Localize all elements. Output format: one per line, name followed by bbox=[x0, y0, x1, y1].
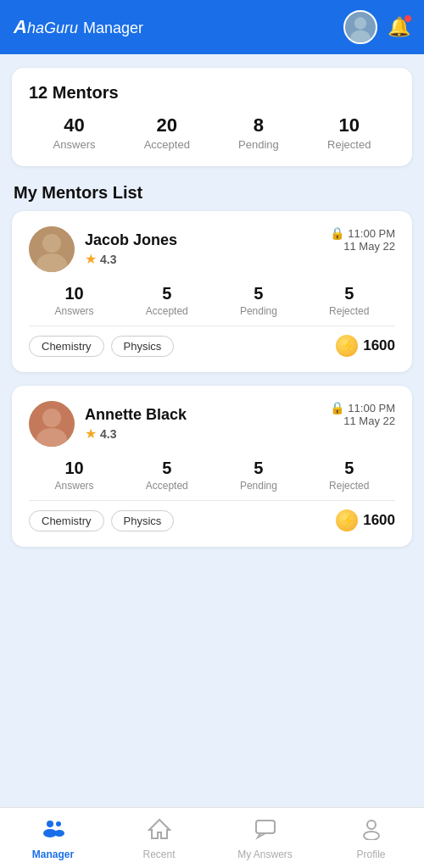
tags: ChemistryPhysics bbox=[29, 336, 174, 357]
nav-icon-manager bbox=[42, 816, 65, 845]
summary-stats-row: 40Answers20Accepted8Pending10Rejected bbox=[29, 114, 395, 151]
mentor-time: 🔒 11:00 PM 11 May 22 bbox=[330, 401, 395, 427]
mentor-card[interactable]: Jacob Jones ★ 4.3 🔒 11:00 PM 11 May 22 1… bbox=[12, 211, 412, 372]
header: AhaGuru Manager 🔔 bbox=[0, 0, 424, 54]
mentors-section-title: My Mentors List bbox=[0, 180, 424, 211]
mentor-avatar bbox=[29, 226, 75, 272]
summary-stat-pending: 8Pending bbox=[238, 114, 279, 151]
summary-stat-answers: 40Answers bbox=[53, 114, 96, 151]
mentor-stat-rejected: 5 Rejected bbox=[329, 459, 369, 492]
mentor-stat-accepted: 5 Accepted bbox=[146, 284, 188, 317]
nav-item-profile[interactable]: Profile bbox=[318, 810, 424, 867]
time-value: 11:00 PM bbox=[348, 402, 395, 415]
mentor-rating: ★ 4.3 bbox=[85, 426, 187, 442]
mentor-time: 🔒 11:00 PM 11 May 22 bbox=[330, 226, 395, 253]
mentor-card[interactable]: Annette Black ★ 4.3 🔒 11:00 PM 11 May 22… bbox=[12, 386, 412, 547]
nav-item-my-answers[interactable]: My Answers bbox=[212, 810, 318, 867]
tags-coins-row: ChemistryPhysics ⚡ 1600 bbox=[29, 335, 395, 357]
avatar[interactable] bbox=[343, 10, 377, 44]
logo-suffix: Manager bbox=[83, 19, 143, 36]
summary-stat-rejected: 10Rejected bbox=[327, 114, 371, 151]
mentor-stat-accepted: 5 Accepted bbox=[146, 459, 188, 492]
date-value: 11 May 22 bbox=[330, 240, 395, 253]
star-icon: ★ bbox=[85, 426, 97, 442]
tag-physics: Physics bbox=[111, 336, 175, 357]
svg-rect-14 bbox=[256, 821, 275, 833]
mentor-info: Annette Black ★ 4.3 bbox=[29, 401, 187, 447]
divider bbox=[29, 500, 395, 501]
coin-icon: ⚡ bbox=[336, 335, 358, 357]
svg-marker-13 bbox=[149, 820, 170, 838]
coin-value: 1600 bbox=[363, 512, 395, 529]
rating-value: 4.3 bbox=[100, 427, 116, 441]
divider bbox=[29, 326, 395, 326]
mentor-stat-pending: 5 Pending bbox=[240, 459, 277, 492]
mentors-list: Jacob Jones ★ 4.3 🔒 11:00 PM 11 May 22 1… bbox=[0, 211, 424, 547]
nav-label: My Answers bbox=[237, 849, 293, 860]
svg-point-10 bbox=[56, 821, 61, 826]
bell-icon[interactable]: 🔔 bbox=[388, 16, 410, 38]
nav-icon-my-answers bbox=[254, 816, 277, 845]
mentor-stats-row: 10 Answers 5 Accepted 5 Pending 5 Reject… bbox=[29, 284, 395, 317]
logo-text: AhaGuru Manager bbox=[14, 16, 143, 38]
svg-point-7 bbox=[42, 409, 61, 427]
logo: AhaGuru Manager bbox=[14, 16, 143, 38]
tags: ChemistryPhysics bbox=[29, 510, 174, 531]
date-value: 11 May 22 bbox=[330, 415, 395, 427]
svg-point-4 bbox=[42, 234, 61, 253]
nav-icon-recent bbox=[148, 816, 171, 845]
svg-point-15 bbox=[367, 821, 376, 829]
summary-card: 12 Mentors 40Answers20Accepted8Pending10… bbox=[12, 68, 412, 166]
nav-label: Profile bbox=[356, 849, 385, 860]
rating-value: 4.3 bbox=[100, 253, 116, 266]
mentor-info: Jacob Jones ★ 4.3 bbox=[29, 226, 177, 272]
user-avatar-image bbox=[345, 12, 376, 42]
nav-icon-profile bbox=[360, 816, 383, 845]
star-icon: ★ bbox=[85, 251, 97, 267]
nav-item-manager[interactable]: Manager bbox=[0, 810, 106, 867]
mentor-name: Annette Black bbox=[85, 406, 187, 424]
mentor-stat-pending: 5 Pending bbox=[240, 284, 277, 317]
tag-chemistry: Chemistry bbox=[29, 510, 104, 531]
notification-dot bbox=[404, 14, 412, 23]
lock-icon: 🔒 bbox=[330, 226, 344, 240]
mentor-stat-rejected: 5 Rejected bbox=[329, 284, 369, 317]
svg-point-9 bbox=[47, 821, 53, 827]
header-actions: 🔔 bbox=[343, 10, 410, 44]
mentor-name-block: Annette Black ★ 4.3 bbox=[85, 406, 187, 442]
coin-value: 1600 bbox=[363, 337, 395, 354]
coins: ⚡ 1600 bbox=[336, 335, 395, 357]
tags-coins-row: ChemistryPhysics ⚡ 1600 bbox=[29, 509, 395, 531]
mentor-stat-answers: 10 Answers bbox=[55, 284, 94, 317]
mentor-rating: ★ 4.3 bbox=[85, 251, 177, 267]
summary-stat-accepted: 20Accepted bbox=[144, 114, 190, 151]
mentor-name: Jacob Jones bbox=[85, 231, 177, 249]
tag-physics: Physics bbox=[111, 510, 175, 531]
svg-point-16 bbox=[364, 832, 379, 840]
mentor-header: Annette Black ★ 4.3 🔒 11:00 PM 11 May 22 bbox=[29, 401, 395, 447]
nav-item-recent[interactable]: Recent bbox=[106, 810, 212, 867]
mentor-stats-row: 10 Answers 5 Accepted 5 Pending 5 Reject… bbox=[29, 459, 395, 492]
mentor-header: Jacob Jones ★ 4.3 🔒 11:00 PM 11 May 22 bbox=[29, 226, 395, 272]
time-value: 11:00 PM bbox=[348, 227, 395, 240]
svg-point-12 bbox=[54, 830, 64, 837]
coin-icon: ⚡ bbox=[336, 509, 358, 531]
coins: ⚡ 1600 bbox=[336, 509, 395, 531]
nav-label: Manager bbox=[32, 849, 74, 860]
mentor-name-block: Jacob Jones ★ 4.3 bbox=[85, 231, 177, 267]
summary-title: 12 Mentors bbox=[29, 83, 395, 103]
mentor-avatar bbox=[29, 401, 75, 447]
mentor-stat-answers: 10 Answers bbox=[55, 459, 94, 492]
nav-label: Recent bbox=[142, 849, 175, 860]
svg-point-1 bbox=[354, 17, 366, 29]
bottom-nav: Manager Recent My Answers Profile bbox=[0, 807, 424, 868]
lock-icon: 🔒 bbox=[330, 401, 344, 415]
tag-chemistry: Chemistry bbox=[29, 336, 104, 357]
